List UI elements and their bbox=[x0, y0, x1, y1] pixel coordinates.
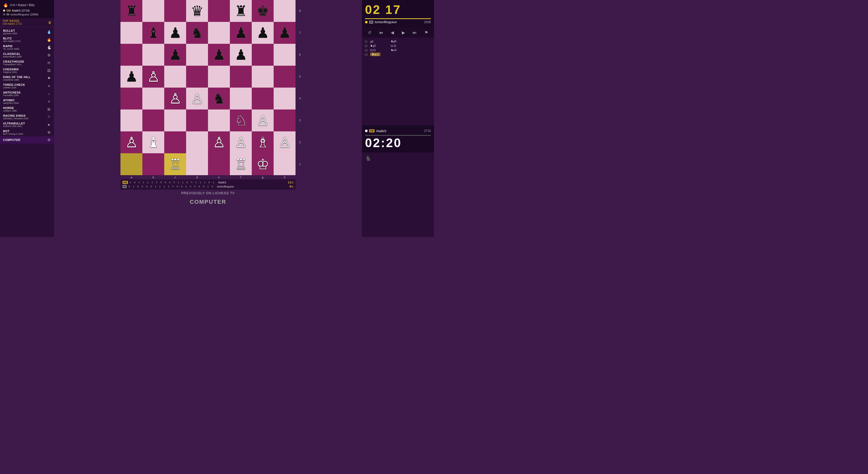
piece-a2: ♙ bbox=[125, 134, 138, 151]
cell-h8 bbox=[274, 0, 296, 22]
rank-im-1: IM bbox=[6, 13, 9, 16]
threecheck-icon: ≡ bbox=[46, 84, 52, 89]
koth-icon: ⚑ bbox=[46, 76, 52, 81]
cell-g6 bbox=[252, 44, 274, 66]
sidebar-item-classical[interactable]: CLASSICAL ketanrkhaire 2189 ⚙ bbox=[0, 51, 54, 59]
cell-d2 bbox=[186, 131, 208, 153]
bottom-player-name: AtalikS bbox=[376, 129, 386, 133]
sidebar-item-bullet[interactable]: BULLET tjychess 2963 💧 bbox=[0, 28, 54, 36]
right-panel: 02 17 IM tontonflingueur 2699 ↺ ⏮ ◀ ▶ ⏭ … bbox=[362, 0, 434, 237]
player-name-black: tontonflingueur (2699) bbox=[10, 13, 38, 16]
flip-board-button[interactable]: ↺ bbox=[367, 29, 372, 36]
piece-e4: ♞ bbox=[213, 90, 225, 107]
sidebar-header: 🔥 3+0 • Rated • Blitz GM AtalikS (2710) … bbox=[0, 0, 54, 18]
cell-e2: ♙ bbox=[208, 131, 230, 153]
piece-h7: ♟ bbox=[278, 25, 291, 41]
sidebar-item-crazyhouse[interactable]: CRAZYHOUSE Tranquilizerr 2421 H bbox=[0, 59, 54, 67]
score-player2-name: tontonflingueur bbox=[217, 185, 288, 188]
cell-c8 bbox=[164, 0, 186, 22]
cell-b4 bbox=[142, 88, 164, 110]
score-rank-gm: GM bbox=[123, 181, 128, 184]
cell-a8: ♜ bbox=[121, 0, 142, 22]
crown-icon: ♛ bbox=[48, 20, 52, 25]
piece-f2: ♙ bbox=[235, 134, 247, 151]
previously-label: PREVIOUSLY ON LICHESS TV bbox=[181, 189, 235, 197]
cell-f2: ♙ bbox=[230, 131, 252, 153]
sidebar-item-blitz[interactable]: BLITZ GM AtalikS 2710 🔥 bbox=[0, 36, 54, 43]
piece-c6: ♟ bbox=[169, 47, 182, 63]
top-timer-display: 02 17 bbox=[365, 3, 431, 17]
cell-e6: ♟ bbox=[208, 44, 230, 66]
sidebar-item-ultrabullet[interactable]: ULTRABULLET KNIGHT-008 2051 ➤ bbox=[0, 121, 54, 128]
game-info: 🔥 3+0 • Rated • Blitz bbox=[3, 3, 51, 7]
top-rated-label: TOP RATED bbox=[3, 20, 22, 22]
piece-b7: ♝ bbox=[147, 25, 160, 41]
cell-e7 bbox=[208, 22, 230, 44]
sidebar-item-horde[interactable]: HORDE colidyre 1986 ⊞ bbox=[0, 106, 54, 113]
cell-d5 bbox=[186, 66, 208, 88]
sidebar-item-rapid[interactable]: RAPID TK_KULE 2585 🐇 bbox=[0, 43, 54, 51]
cell-a5: ♟ bbox=[121, 66, 142, 88]
piece-f7: ♟ bbox=[235, 25, 247, 41]
flag-button[interactable]: ⚑ bbox=[424, 29, 429, 36]
cell-f1: ♖ bbox=[230, 153, 252, 175]
cell-b7: ♝ bbox=[142, 22, 164, 44]
sidebar-item-threecheck[interactable]: THREE-CHECK Leleilre 2234 ≡ bbox=[0, 82, 54, 90]
cell-f5 bbox=[230, 66, 252, 88]
sidebar-item-racing[interactable]: RACING KINGS Zdzislaw_Pelowski 1930 ⚐ bbox=[0, 113, 54, 121]
score-total-2: 9½ bbox=[289, 185, 293, 188]
piece-d4: ♙ bbox=[191, 90, 204, 107]
racing-icon: ⚐ bbox=[46, 114, 52, 120]
sidebar-item-koth[interactable]: KING OF THE HILL cmartin91 1983 ⚑ bbox=[0, 75, 54, 82]
first-move-button[interactable]: ⏮ bbox=[378, 29, 384, 36]
cell-e5 bbox=[208, 66, 230, 88]
score-row-2: IM 0 1 0 0 0 0 1 1 1 1 ½ 0 0 1 ½ ½ 0 0 1… bbox=[123, 184, 293, 188]
piece-g7: ♟ bbox=[256, 25, 269, 41]
piece-d8: ♛ bbox=[191, 3, 204, 19]
top-player-row: IM tontonflingueur 2699 bbox=[365, 19, 431, 25]
sidebar-item-computer[interactable]: COMPUTER ⚙ bbox=[0, 136, 54, 144]
top-player-rank: IM bbox=[369, 21, 373, 24]
chess-board: ♜ ♛ ♜ ♚ ♝ ♟ ♞ ♟ ♟ ♟ ♟ ♟ ♟ bbox=[121, 0, 296, 175]
horde-icon: ⊞ bbox=[46, 107, 52, 112]
right-bottom-timer: GM AtalikS 2710 02:20 bbox=[362, 125, 434, 152]
piece-h2: ♙ bbox=[278, 134, 291, 151]
piece-f1: ♖ bbox=[235, 156, 247, 173]
sidebar-item-bot[interactable]: BOT BOT Cheng-4 2402 ⚙ bbox=[0, 128, 54, 136]
cell-g5 bbox=[252, 66, 274, 88]
player-row-white: GM AtalikS (2710) bbox=[3, 9, 51, 12]
board-container: ♜ ♛ ♜ ♚ ♝ ♟ ♞ ♟ ♟ ♟ ♟ ♟ ♟ bbox=[121, 0, 296, 175]
cell-a3 bbox=[121, 110, 142, 131]
next-move-button[interactable]: ▶ bbox=[401, 29, 406, 36]
bot-icon: ⚙ bbox=[46, 130, 52, 135]
board-coords-bottom: a b c d e f g h bbox=[121, 175, 296, 179]
piece-a8: ♜ bbox=[125, 3, 138, 19]
sidebar-item-chess960[interactable]: CHESS960 hutgovy 1991 ⚄ bbox=[0, 67, 54, 75]
piece-c4: ♙ bbox=[169, 90, 182, 107]
right-top: 02 17 IM tontonflingueur 2699 bbox=[362, 0, 434, 28]
cell-a4 bbox=[121, 88, 142, 110]
piece-f6: ♟ bbox=[235, 47, 247, 63]
cell-g4 bbox=[252, 88, 274, 110]
piece-f8: ♜ bbox=[235, 3, 247, 19]
move-row-11: 11 g3 ♞g5 bbox=[364, 39, 432, 43]
cell-b1 bbox=[142, 153, 164, 175]
cell-b6 bbox=[142, 44, 164, 66]
sidebar-item-antichess[interactable]: ANTICHESS Farmable 2266 ○ bbox=[0, 90, 54, 98]
sidebar: 🔥 3+0 • Rated • Blitz GM AtalikS (2710) … bbox=[0, 0, 54, 237]
piece-g3: ♙ bbox=[256, 112, 269, 129]
computer-sidebar-label: COMPUTER bbox=[3, 138, 46, 142]
cell-d7: ♞ bbox=[186, 22, 208, 44]
cell-c5 bbox=[164, 66, 186, 88]
prev-move-button[interactable]: ◀ bbox=[390, 29, 395, 36]
sidebar-item-atomic[interactable]: ATOMIC rainynites 2044 ⚛ bbox=[0, 98, 54, 106]
player-dot-black bbox=[3, 13, 5, 16]
last-move-button[interactable]: ⏭ bbox=[412, 29, 418, 36]
cell-b2: ♝ bbox=[142, 131, 164, 153]
top-rated-section[interactable]: TOP RATED GM AtalikS 2710 ♛ bbox=[0, 18, 54, 27]
cell-f4 bbox=[230, 88, 252, 110]
move-row-14: 14 ♜ac1 bbox=[364, 52, 432, 57]
cell-d6 bbox=[186, 44, 208, 66]
cell-a7 bbox=[121, 22, 142, 44]
cell-f3: ♘ bbox=[230, 110, 252, 131]
